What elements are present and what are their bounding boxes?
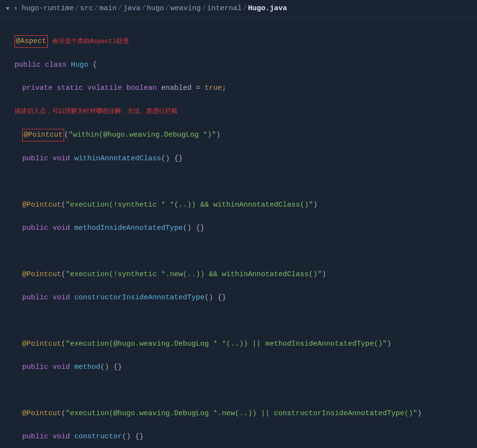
aspect-highlight-box: @Aspect <box>14 35 48 48</box>
breadcrumb-item[interactable]: src <box>80 4 93 13</box>
breadcrumb: › hugo-runtime/src/main/java/hugo/weavin… <box>0 0 477 18</box>
breadcrumb-current[interactable]: Hugo.java <box>248 4 287 13</box>
breadcrumb-item[interactable]: weaving <box>170 4 201 13</box>
breadcrumb-item[interactable]: internal <box>207 4 242 13</box>
breadcrumb-path[interactable]: hugo-runtime/src/main/java/hugo/weaving/… <box>22 3 287 14</box>
annotation-aspect: @Aspect <box>16 37 46 45</box>
code-editor[interactable]: @Aspect 表示这个类由AspectJ处理 public class Hug… <box>0 18 477 448</box>
breadcrumb-item[interactable]: hugo-runtime <box>22 4 74 13</box>
pointcut-note: 描述切入点，可以理解为针对哪些注解、方法、类进行拦截 <box>14 108 177 115</box>
class-name: Hugo <box>71 61 88 69</box>
chevron-right-icon: › <box>14 3 18 14</box>
breadcrumb-item[interactable]: main <box>99 4 117 13</box>
breadcrumb-item[interactable]: hugo <box>147 4 164 13</box>
pointcut-highlight-box: @Pointcut <box>22 129 64 141</box>
breadcrumb-item[interactable]: java <box>123 4 140 13</box>
caret-down-icon[interactable] <box>6 7 10 10</box>
aspect-note: 表示这个类由AspectJ处理 <box>52 38 129 45</box>
